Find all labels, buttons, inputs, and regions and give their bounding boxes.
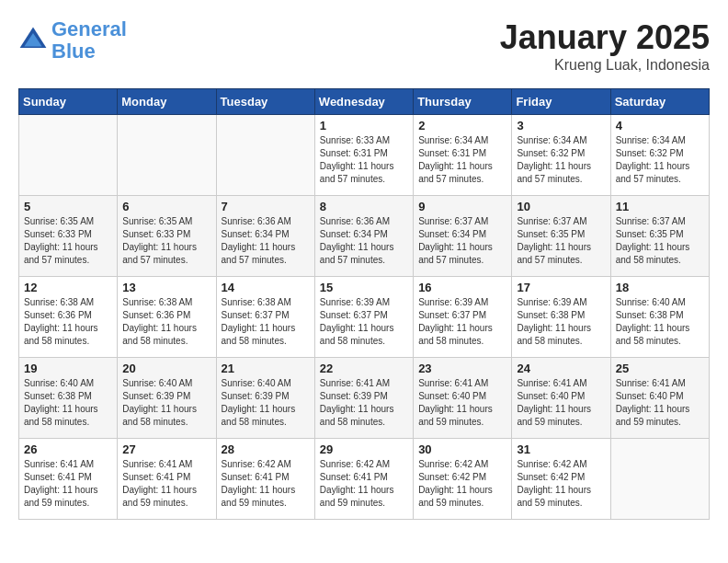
day-info: Sunrise: 6:41 AM Sunset: 6:41 PM Dayligh… [24,458,112,510]
day-info: Sunrise: 6:38 AM Sunset: 6:37 PM Dayligh… [222,296,310,348]
weekday-header-sunday: Sunday [19,89,118,115]
day-info: Sunrise: 6:40 AM Sunset: 6:39 PM Dayligh… [122,377,210,429]
day-info: Sunrise: 6:41 AM Sunset: 6:40 PM Dayligh… [418,377,506,429]
day-number: 23 [418,362,506,375]
weekday-header-thursday: Thursday [414,89,512,115]
day-info: Sunrise: 6:40 AM Sunset: 6:38 PM Dayligh… [24,377,112,429]
day-info: Sunrise: 6:36 AM Sunset: 6:34 PM Dayligh… [320,215,408,267]
weekday-header-wednesday: Wednesday [314,89,413,115]
day-number: 27 [122,442,210,456]
calendar-cell: 11Sunrise: 6:37 AM Sunset: 6:35 PM Dayli… [610,196,709,277]
day-info: Sunrise: 6:34 AM Sunset: 6:32 PM Dayligh… [616,134,704,186]
day-info: Sunrise: 6:40 AM Sunset: 6:39 PM Dayligh… [222,377,310,429]
calendar-cell: 22Sunrise: 6:41 AM Sunset: 6:39 PM Dayli… [314,358,413,439]
day-number: 18 [616,281,704,294]
calendar-cell: 3Sunrise: 6:34 AM Sunset: 6:32 PM Daylig… [512,115,610,196]
calendar-cell: 10Sunrise: 6:37 AM Sunset: 6:35 PM Dayli… [512,196,610,277]
day-number: 19 [24,362,112,375]
calendar-cell: 15Sunrise: 6:39 AM Sunset: 6:37 PM Dayli… [314,277,413,358]
day-number: 13 [122,281,210,294]
day-number: 3 [517,119,605,132]
day-info: Sunrise: 6:36 AM Sunset: 6:34 PM Dayligh… [222,215,310,267]
day-info: Sunrise: 6:42 AM Sunset: 6:41 PM Dayligh… [320,458,408,510]
day-number: 8 [320,200,408,213]
day-number: 31 [517,442,605,456]
day-number: 28 [222,442,310,456]
day-number: 7 [222,200,310,213]
day-number: 12 [24,281,112,294]
title-block: January 2025 Krueng Luak, Indonesia [500,18,710,74]
logo-icon [18,26,48,55]
day-info: Sunrise: 6:41 AM Sunset: 6:39 PM Dayligh… [320,377,408,429]
calendar-cell: 2Sunrise: 6:34 AM Sunset: 6:31 PM Daylig… [414,115,512,196]
weekday-header-saturday: Saturday [610,89,709,115]
day-info: Sunrise: 6:41 AM Sunset: 6:40 PM Dayligh… [616,377,704,429]
calendar-cell: 25Sunrise: 6:41 AM Sunset: 6:40 PM Dayli… [610,358,709,439]
day-info: Sunrise: 6:40 AM Sunset: 6:38 PM Dayligh… [616,296,704,348]
calendar-cell: 26Sunrise: 6:41 AM Sunset: 6:41 PM Dayli… [19,439,118,520]
logo: General Blue [18,18,127,63]
calendar-cell: 4Sunrise: 6:34 AM Sunset: 6:32 PM Daylig… [610,115,709,196]
calendar-cell: 16Sunrise: 6:39 AM Sunset: 6:37 PM Dayli… [414,277,512,358]
day-info: Sunrise: 6:34 AM Sunset: 6:32 PM Dayligh… [517,134,605,186]
day-number: 26 [24,442,112,456]
day-number: 10 [517,200,605,213]
weekday-header-friday: Friday [512,89,610,115]
calendar-cell: 5Sunrise: 6:35 AM Sunset: 6:33 PM Daylig… [19,196,118,277]
day-info: Sunrise: 6:39 AM Sunset: 6:37 PM Dayligh… [320,296,408,348]
month-title: January 2025 [500,18,710,57]
logo-text: General Blue [51,18,127,63]
day-info: Sunrise: 6:42 AM Sunset: 6:42 PM Dayligh… [517,458,605,510]
week-row-5: 26Sunrise: 6:41 AM Sunset: 6:41 PM Dayli… [19,439,710,520]
calendar-cell: 21Sunrise: 6:40 AM Sunset: 6:39 PM Dayli… [216,358,314,439]
calendar-cell: 27Sunrise: 6:41 AM Sunset: 6:41 PM Dayli… [118,439,216,520]
week-row-1: 1Sunrise: 6:33 AM Sunset: 6:31 PM Daylig… [19,115,710,196]
day-number: 4 [616,119,704,132]
day-number: 9 [418,200,506,213]
calendar-cell [216,115,314,196]
calendar-cell [118,115,216,196]
day-info: Sunrise: 6:37 AM Sunset: 6:35 PM Dayligh… [517,215,605,267]
calendar-cell: 18Sunrise: 6:40 AM Sunset: 6:38 PM Dayli… [610,277,709,358]
calendar-cell: 12Sunrise: 6:38 AM Sunset: 6:36 PM Dayli… [19,277,118,358]
calendar-cell: 30Sunrise: 6:42 AM Sunset: 6:42 PM Dayli… [414,439,512,520]
day-number: 11 [616,200,704,213]
day-info: Sunrise: 6:39 AM Sunset: 6:38 PM Dayligh… [517,296,605,348]
day-number: 24 [517,362,605,375]
day-number: 6 [122,200,210,213]
calendar-cell: 7Sunrise: 6:36 AM Sunset: 6:34 PM Daylig… [216,196,314,277]
weekday-header-monday: Monday [118,89,216,115]
day-info: Sunrise: 6:42 AM Sunset: 6:42 PM Dayligh… [418,458,506,510]
calendar-cell: 17Sunrise: 6:39 AM Sunset: 6:38 PM Dayli… [512,277,610,358]
calendar-cell: 20Sunrise: 6:40 AM Sunset: 6:39 PM Dayli… [118,358,216,439]
day-info: Sunrise: 6:33 AM Sunset: 6:31 PM Dayligh… [320,134,408,186]
day-info: Sunrise: 6:38 AM Sunset: 6:36 PM Dayligh… [24,296,112,348]
day-number: 14 [222,281,310,294]
week-row-2: 5Sunrise: 6:35 AM Sunset: 6:33 PM Daylig… [19,196,710,277]
day-number: 25 [616,362,704,375]
day-info: Sunrise: 6:35 AM Sunset: 6:33 PM Dayligh… [122,215,210,267]
day-info: Sunrise: 6:38 AM Sunset: 6:36 PM Dayligh… [122,296,210,348]
calendar-cell: 29Sunrise: 6:42 AM Sunset: 6:41 PM Dayli… [314,439,413,520]
weekday-header-row: SundayMondayTuesdayWednesdayThursdayFrid… [19,89,710,115]
calendar-cell: 19Sunrise: 6:40 AM Sunset: 6:38 PM Dayli… [19,358,118,439]
week-row-3: 12Sunrise: 6:38 AM Sunset: 6:36 PM Dayli… [19,277,710,358]
day-info: Sunrise: 6:41 AM Sunset: 6:40 PM Dayligh… [517,377,605,429]
day-info: Sunrise: 6:39 AM Sunset: 6:37 PM Dayligh… [418,296,506,348]
calendar-cell: 24Sunrise: 6:41 AM Sunset: 6:40 PM Dayli… [512,358,610,439]
day-number: 21 [222,362,310,375]
day-info: Sunrise: 6:42 AM Sunset: 6:41 PM Dayligh… [222,458,310,510]
calendar-cell: 23Sunrise: 6:41 AM Sunset: 6:40 PM Dayli… [414,358,512,439]
day-number: 15 [320,281,408,294]
page-header: General Blue January 2025 Krueng Luak, I… [18,18,710,74]
day-number: 2 [418,119,506,132]
day-info: Sunrise: 6:37 AM Sunset: 6:35 PM Dayligh… [616,215,704,267]
week-row-4: 19Sunrise: 6:40 AM Sunset: 6:38 PM Dayli… [19,358,710,439]
day-number: 29 [320,442,408,456]
day-info: Sunrise: 6:35 AM Sunset: 6:33 PM Dayligh… [24,215,112,267]
calendar-cell: 9Sunrise: 6:37 AM Sunset: 6:34 PM Daylig… [414,196,512,277]
calendar-table: SundayMondayTuesdayWednesdayThursdayFrid… [18,88,710,520]
calendar-cell: 14Sunrise: 6:38 AM Sunset: 6:37 PM Dayli… [216,277,314,358]
day-number: 22 [320,362,408,375]
calendar-cell: 8Sunrise: 6:36 AM Sunset: 6:34 PM Daylig… [314,196,413,277]
